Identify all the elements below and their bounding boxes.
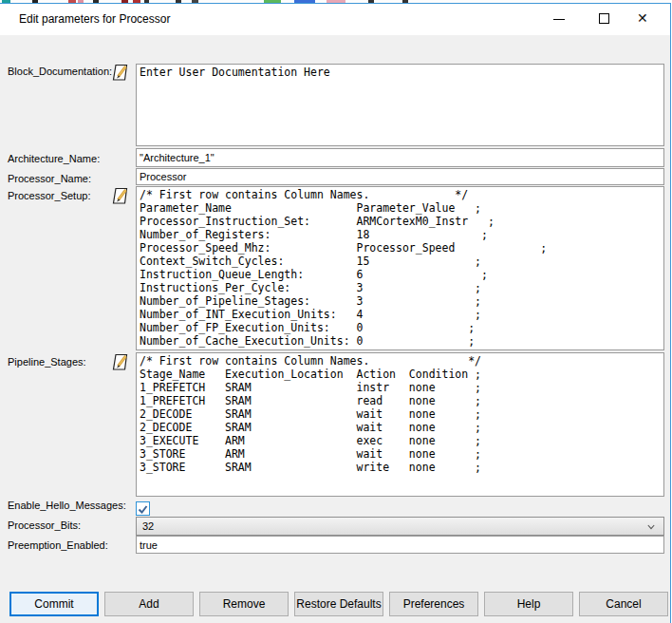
pencil-note-icon xyxy=(112,353,130,371)
edit-parameters-dialog: Edit parameters for Processor ✕ Block_Do… xyxy=(0,3,671,623)
dialog-button-row: Commit Add Remove Restore Defaults Prefe… xyxy=(9,592,668,616)
dialog-titlebar: Edit parameters for Processor ✕ xyxy=(0,4,670,35)
processor-bits-select[interactable]: 32 xyxy=(136,517,664,536)
remove-button[interactable]: Remove xyxy=(199,592,289,616)
chevron-down-icon xyxy=(647,523,655,531)
cancel-button[interactable]: Cancel xyxy=(579,592,668,616)
enable-hello-messages-checkbox[interactable] xyxy=(136,501,150,516)
commit-button[interactable]: Commit xyxy=(9,592,99,616)
block-documentation-label: Block_Documentation: xyxy=(8,66,112,77)
preemption-enabled-input[interactable] xyxy=(136,536,664,554)
enable-hello-messages-label: Enable_Hello_Messages: xyxy=(8,500,126,511)
processor-name-input[interactable] xyxy=(136,168,664,185)
processor-setup-textarea[interactable]: /* First row contains Column Names. */ P… xyxy=(136,186,664,350)
minimize-icon xyxy=(553,19,565,20)
close-icon: ✕ xyxy=(637,10,648,26)
pipeline-stages-label: Pipeline_Stages: xyxy=(8,356,86,368)
screen: Edit parameters for Processor ✕ Block_Do… xyxy=(0,0,672,623)
architecture-name-input[interactable] xyxy=(136,148,664,167)
processor-setup-label: Processor_Setup: xyxy=(8,190,90,201)
dialog-title: Edit parameters for Processor xyxy=(19,12,170,26)
add-button[interactable]: Add xyxy=(104,592,194,616)
edit-block-documentation-button[interactable] xyxy=(112,64,130,82)
edit-pipeline-stages-button[interactable] xyxy=(112,353,130,371)
check-icon xyxy=(137,503,149,516)
preferences-button[interactable]: Preferences xyxy=(389,592,478,616)
processor-name-label: Processor_Name: xyxy=(8,173,91,184)
pencil-note-icon xyxy=(112,187,130,205)
preemption-enabled-label: Preemption_Enabled: xyxy=(8,539,108,551)
close-button[interactable]: ✕ xyxy=(628,4,661,35)
block-documentation-textarea[interactable]: Enter User Documentation Here xyxy=(136,64,664,146)
help-button[interactable]: Help xyxy=(484,592,573,616)
minimize-button[interactable] xyxy=(543,4,575,35)
architecture-name-label: Architecture_Name: xyxy=(8,153,100,164)
pipeline-stages-textarea[interactable]: /* First row contains Column Names. */ S… xyxy=(136,352,664,497)
edit-processor-setup-button[interactable] xyxy=(112,187,130,205)
processor-bits-value: 32 xyxy=(142,520,154,532)
processor-bits-label: Processor_Bits: xyxy=(8,519,81,531)
maximize-button[interactable] xyxy=(588,4,621,35)
maximize-icon xyxy=(599,13,609,24)
restore-defaults-button[interactable]: Restore Defaults xyxy=(294,592,383,616)
pencil-note-icon xyxy=(112,64,130,82)
